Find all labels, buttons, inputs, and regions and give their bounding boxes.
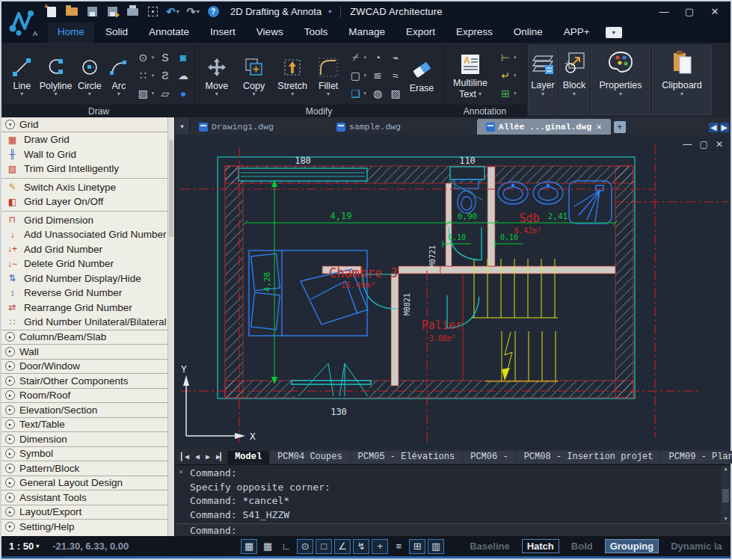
- sidebar-section-general-layout-design[interactable]: ▸General Layout Design: [1, 476, 167, 490]
- sidebar-section-column-beam-slab[interactable]: ▸Column/Beam/Slab: [1, 330, 167, 345]
- clipboard-panel-button[interactable]: Clipboard ▾: [652, 45, 712, 115]
- lineweight-icon[interactable]: ≡: [390, 539, 407, 554]
- grid-display-icon[interactable]: ▦: [241, 539, 257, 554]
- sidebar-section-symbol[interactable]: ▸Symbol: [1, 446, 167, 461]
- first-layout-icon[interactable]: ▎◀: [178, 452, 191, 461]
- scroll-up-icon[interactable]: ▲: [721, 465, 731, 473]
- tab-online[interactable]: Online: [504, 22, 553, 43]
- offset-tool-icon[interactable]: ◔: [371, 52, 384, 64]
- dynamic-layer-toggle[interactable]: Dynamic la: [666, 540, 727, 553]
- line-button[interactable]: Line ▾: [7, 53, 37, 98]
- ribbon-options-dropdown[interactable]: ▾: [606, 27, 622, 38]
- grid-snap-icon[interactable]: ▦: [259, 539, 276, 554]
- close-tab-icon[interactable]: ✕: [597, 122, 602, 132]
- sidebar-scrollbar[interactable]: [167, 117, 174, 536]
- drawing-canvas[interactable]: — ▢ ✕: [175, 135, 731, 449]
- trim-tool-icon[interactable]: ⌿: [348, 51, 362, 64]
- spline-cv-tool-icon[interactable]: Ƨ: [159, 70, 172, 81]
- tab-express[interactable]: Express: [446, 22, 502, 43]
- tab-solid[interactable]: Solid: [96, 22, 138, 43]
- doc-tab-drawing1[interactable]: Drawing1.dwg: [190, 119, 283, 135]
- join-tool-icon[interactable]: ≈: [389, 70, 402, 81]
- dynamic-input-icon[interactable]: +: [372, 539, 388, 554]
- new-file-button[interactable]: [45, 6, 58, 18]
- polyline-button[interactable]: Polyline ▾: [40, 53, 73, 98]
- prev-layout-icon[interactable]: ◀: [192, 452, 202, 461]
- save-as-button[interactable]: [105, 6, 119, 18]
- sidebar-item-grid-dimension[interactable]: ⊓Grid Dimension: [1, 213, 167, 228]
- point-insert-icon[interactable]: ⊞: [409, 539, 425, 554]
- explode-tool-icon[interactable]: ❏: [348, 87, 362, 99]
- snap-tracking-icon[interactable]: ↯: [353, 539, 369, 554]
- break-tool-icon[interactable]: ⌁: [389, 52, 402, 64]
- sidebar-item-grid-number-display-hide[interactable]: ⇅Grid Number Display/Hide: [1, 271, 167, 286]
- blend-tool-icon[interactable]: ◍: [371, 87, 384, 99]
- donut-tool-icon[interactable]: ●: [176, 87, 190, 99]
- sidebar-item-rearrange-grid-number[interactable]: ⇄Rearrange Grid Number: [1, 301, 167, 316]
- close-command-icon[interactable]: ✕: [179, 467, 183, 476]
- angle-snap-icon[interactable]: ∠: [334, 539, 351, 554]
- scroll-down-icon[interactable]: ▼: [721, 515, 731, 523]
- doc-tab-sample[interactable]: sample.dwg: [327, 119, 410, 135]
- tab-insert[interactable]: Insert: [200, 22, 245, 43]
- open-file-button[interactable]: [65, 6, 79, 18]
- edit-hatch-tool-icon[interactable]: ▨: [389, 87, 402, 99]
- sidebar-section-elevation-section[interactable]: ▸Elevation/Section: [1, 402, 167, 417]
- sidebar-item-reverse-grid-number[interactable]: ↕Reverse Grid Number: [1, 286, 167, 301]
- sidebar-item-switch-axis-linetype[interactable]: ✎Switch Axis Linetype: [1, 180, 167, 195]
- scale-dropdown[interactable]: 1 : 50▾: [9, 541, 39, 552]
- baseline-toggle[interactable]: Baseline: [465, 540, 514, 553]
- sidebar-section-dimension[interactable]: ▸Dimension: [1, 431, 167, 446]
- doc-tab-list-dropdown[interactable]: ▾: [175, 117, 190, 135]
- hatch-tool-icon[interactable]: ▨: [136, 87, 150, 99]
- doc-close-button[interactable]: ✕: [716, 139, 723, 150]
- tab-tools[interactable]: Tools: [295, 22, 338, 43]
- fillet-button[interactable]: Fillet ▾: [314, 53, 343, 98]
- sidebar-item-wall-to-grid[interactable]: ╫Wall to Grid: [1, 147, 167, 162]
- command-scrollbar[interactable]: ▲ ▼: [721, 465, 731, 523]
- print-button[interactable]: [126, 6, 139, 18]
- save-button[interactable]: [85, 6, 99, 18]
- region-tool-icon[interactable]: ◙: [176, 52, 190, 64]
- properties-panel-button[interactable]: Properties ▾: [591, 45, 651, 115]
- tab-app-plus[interactable]: APP+: [554, 22, 600, 43]
- ortho-mode-icon[interactable]: ∟: [278, 539, 295, 554]
- layer-panel-button[interactable]: Layer ▾: [528, 45, 558, 115]
- next-layout-icon[interactable]: ▶: [203, 452, 212, 461]
- tab-annotate[interactable]: Annotate: [139, 22, 199, 43]
- layout-tab-pcm08[interactable]: PCM08 - Insertion projet: [517, 451, 661, 464]
- minimize-button[interactable]: —: [653, 4, 675, 19]
- workspace-dropdown[interactable]: 2D Drafting & Annota ▾: [230, 6, 331, 17]
- layout-tab-model[interactable]: Model: [227, 451, 269, 464]
- spline-tool-icon[interactable]: S: [159, 52, 172, 64]
- tab-export[interactable]: Export: [396, 22, 445, 43]
- sidebar-section-room-roof[interactable]: ▸Room/Roof: [1, 388, 167, 403]
- dimension-tool-icon[interactable]: ⊢: [499, 52, 512, 64]
- boundary-tool-icon[interactable]: ☁: [176, 70, 190, 81]
- layout-tab-pcm09-rdc[interactable]: PCM09 - Plan RDC: [661, 451, 732, 464]
- sidebar-section-wall[interactable]: ▸Wall: [1, 344, 167, 359]
- tab-manage[interactable]: Manage: [339, 22, 395, 43]
- point-tool-icon[interactable]: ⊙: [136, 52, 150, 64]
- redo-button[interactable]: ↷▾: [186, 6, 200, 18]
- sidebar-section-door-window[interactable]: ▸Door/Window: [1, 359, 167, 374]
- scroll-tabs-left-icon[interactable]: ◀: [709, 123, 718, 132]
- hatch-toggle[interactable]: Hatch: [522, 539, 559, 553]
- sidebar-section-pattern-block[interactable]: ▸Pattern/Block: [1, 461, 167, 476]
- revision-cloud-tool-icon[interactable]: ▱: [159, 87, 172, 99]
- doc-restore-button[interactable]: ▢: [700, 139, 708, 150]
- sidebar-section-assistant-tools[interactable]: ▸Assistant Tools: [1, 490, 167, 505]
- layout-tab-pcm04[interactable]: PCM04 Coupes: [270, 451, 349, 464]
- layout-tab-pcm06[interactable]: PCM06 -: [463, 451, 515, 464]
- sidebar-section-stair-other[interactable]: ▸Stair/Other Components: [1, 373, 167, 388]
- sidebar-section-grid[interactable]: ▾ Grid: [1, 117, 167, 132]
- scale-tool-icon[interactable]: ▢: [348, 70, 362, 81]
- sidebar-section-layout-export[interactable]: ▸Layout/Export: [1, 505, 167, 520]
- tab-views[interactable]: Views: [247, 22, 293, 43]
- leader-tool-icon[interactable]: ↵: [499, 70, 512, 81]
- object-snap-icon[interactable]: □: [316, 539, 332, 554]
- layout-tab-pcm05[interactable]: PCM05 - Elévations: [351, 451, 463, 464]
- plot-preview-button[interactable]: [146, 6, 159, 18]
- stretch-button[interactable]: Stretch ▾: [274, 53, 311, 98]
- sidebar-item-draw-grid[interactable]: ▦Draw Grid: [1, 132, 167, 147]
